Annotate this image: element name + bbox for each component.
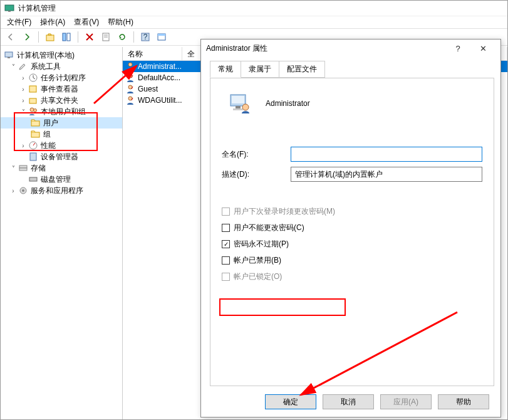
tree-services-apps[interactable]: › 服务和应用程序 xyxy=(1,185,122,196)
nav-back-button[interactable] xyxy=(3,30,18,44)
svg-rect-33 xyxy=(232,96,244,103)
svg-rect-16 xyxy=(29,98,36,103)
menu-file[interactable]: 文件(F) xyxy=(3,16,35,29)
check-cannot-change[interactable]: 用户不能更改密码(C) xyxy=(222,223,482,233)
refresh-button[interactable] xyxy=(115,30,130,44)
tree-label: 用户 xyxy=(43,118,58,129)
tab-profile[interactable]: 配置文件 xyxy=(279,61,325,78)
svg-rect-12 xyxy=(5,52,13,57)
tree-root[interactable]: 计算机管理(本地) xyxy=(1,50,122,61)
svg-rect-19 xyxy=(31,121,39,126)
cancel-button[interactable]: 取消 xyxy=(323,394,374,409)
user-icon xyxy=(125,95,135,105)
svg-point-28 xyxy=(128,63,132,66)
context-help-button[interactable]: ? xyxy=(445,41,470,56)
check-never-expires[interactable]: ✓ 密码永不过期(P) xyxy=(222,239,482,249)
column-name[interactable]: 名称 xyxy=(123,47,182,60)
svg-rect-13 xyxy=(8,57,10,58)
tools-icon xyxy=(18,61,28,71)
tree-event-viewer[interactable]: › 事件查看器 xyxy=(1,83,122,95)
tree-label: 磁盘管理 xyxy=(41,174,71,185)
tree-system-tools[interactable]: ˅ 系统工具 xyxy=(1,61,122,72)
menu-view[interactable]: 查看(V) xyxy=(70,16,103,29)
tree-label: 计算机管理(本地) xyxy=(17,50,75,61)
tree-performance[interactable]: › 性能 xyxy=(1,140,122,151)
toolbar-separator xyxy=(78,31,78,43)
tree-task-scheduler[interactable]: › 任务计划程序 xyxy=(1,72,122,83)
checkbox-icon xyxy=(222,207,230,216)
list-item-label: Guest xyxy=(138,85,158,93)
ok-button[interactable]: 确定 xyxy=(265,394,316,409)
tree-device-manager[interactable]: 设备管理器 xyxy=(1,151,122,162)
list-item-label: Administrat... xyxy=(138,62,182,71)
tree-label: 共享文件夹 xyxy=(41,95,78,106)
svg-rect-4 xyxy=(67,33,70,41)
folder-icon xyxy=(31,129,41,139)
expander-icon[interactable]: › xyxy=(19,142,27,149)
tree-users[interactable]: 用户 xyxy=(1,117,122,129)
expander-icon[interactable]: ˅ xyxy=(9,63,17,70)
user-large-icon xyxy=(228,91,251,115)
svg-text:?: ? xyxy=(143,33,148,41)
tab-member-of[interactable]: 隶属于 xyxy=(241,61,279,78)
users-icon xyxy=(28,107,38,117)
expander-icon[interactable]: › xyxy=(9,187,17,194)
svg-rect-15 xyxy=(29,86,36,92)
nav-forward-button[interactable] xyxy=(19,30,34,44)
dialog-button-row: 确定 取消 应用(A) 帮助 xyxy=(265,394,489,409)
checkbox-icon[interactable]: ✓ xyxy=(222,240,230,248)
check-account-locked: 帐户已锁定(O) xyxy=(222,271,482,282)
titlebar: 计算机管理 xyxy=(1,1,507,16)
expander-icon[interactable]: ˅ xyxy=(9,165,17,172)
delete-button[interactable] xyxy=(82,30,97,44)
menu-help[interactable]: 帮助(H) xyxy=(104,16,137,29)
fullname-label: 全名(F): xyxy=(222,149,291,160)
computer-icon xyxy=(4,50,14,60)
tree-groups[interactable]: 组 xyxy=(1,129,122,140)
checkbox-icon[interactable] xyxy=(222,224,230,232)
expander-icon[interactable]: › xyxy=(19,75,27,81)
toolbar-separator xyxy=(38,31,39,43)
tree-label: 系统工具 xyxy=(31,61,61,72)
apply-button[interactable]: 应用(A) xyxy=(380,394,432,409)
checkbox-icon[interactable] xyxy=(222,256,230,265)
app-icon xyxy=(4,3,14,13)
layout-button[interactable] xyxy=(154,30,169,44)
menu-action[interactable]: 操作(A) xyxy=(36,16,69,29)
tree-disk-management[interactable]: 磁盘管理 xyxy=(1,174,122,185)
tree-storage[interactable]: ˅ 存储 xyxy=(1,162,122,174)
clock-icon xyxy=(28,73,38,83)
dialog-titlebar[interactable]: Administrator 属性 ? ✕ xyxy=(201,39,500,57)
checkbox-label: 用户不能更改密码(C) xyxy=(234,223,304,233)
description-label: 描述(D): xyxy=(222,169,291,180)
properties-dialog: Administrator 属性 ? ✕ 常规 隶属于 配置文件 Adminis… xyxy=(200,39,501,417)
checkbox-icon xyxy=(222,273,230,281)
tab-panel-general: Administrator 全名(F): 描述(D): 用户下次登录时须更改密码… xyxy=(210,78,494,386)
properties-button[interactable] xyxy=(98,30,113,44)
tree-shared-folders[interactable]: › 共享文件夹 xyxy=(1,95,122,106)
svg-rect-23 xyxy=(19,165,27,168)
expander-icon[interactable]: ˅ xyxy=(19,108,27,115)
check-must-change: 用户下次登录时须更改密码(M) xyxy=(222,206,482,217)
help-button[interactable]: 帮助 xyxy=(438,394,489,409)
expander-icon[interactable]: › xyxy=(19,97,27,104)
fullname-input[interactable] xyxy=(291,147,482,162)
share-icon xyxy=(28,95,38,105)
event-icon xyxy=(28,84,38,94)
tree-label: 本地用户和组 xyxy=(41,107,86,117)
checkbox-label: 密码永不过期(P) xyxy=(234,239,289,249)
show-hide-button[interactable] xyxy=(59,30,74,44)
tree-pane[interactable]: 计算机管理(本地) ˅ 系统工具 › 任务计划程序 › 事件查看器 › 共享文件… xyxy=(1,47,123,419)
check-account-disabled[interactable]: 帐户已禁用(B) xyxy=(222,255,482,266)
close-button[interactable]: ✕ xyxy=(470,41,495,56)
help-button[interactable]: ? xyxy=(138,30,153,44)
svg-rect-34 xyxy=(236,106,241,108)
description-input[interactable] xyxy=(291,167,482,182)
tree-local-users-groups[interactable]: ˅ 本地用户和组 xyxy=(1,106,122,117)
up-button[interactable] xyxy=(43,30,58,44)
svg-point-17 xyxy=(30,108,34,112)
expander-icon[interactable]: › xyxy=(19,86,27,93)
tab-general[interactable]: 常规 xyxy=(210,61,241,78)
device-icon xyxy=(28,152,38,162)
list-item-label: WDAGUtilit... xyxy=(138,96,182,105)
